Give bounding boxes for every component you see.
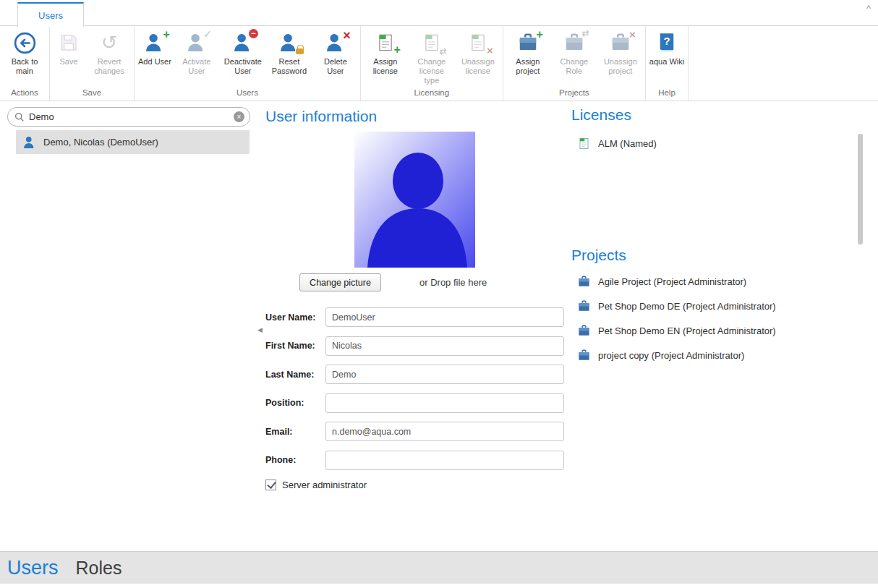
- ribbon-group-label: Actions: [1, 88, 48, 101]
- tab-users-label: Users: [38, 10, 63, 21]
- project-icon: [577, 324, 591, 338]
- ribbon-group-help: ? aqua Wiki Help: [646, 26, 689, 101]
- bottom-tab-bar: Users Roles: [0, 551, 878, 584]
- button-label: Assign license: [365, 57, 406, 76]
- project-item[interactable]: Pet Shop Demo DE (Project Administrator): [577, 298, 776, 314]
- ribbon-group-actions: Back to main Actions: [0, 26, 50, 101]
- button-label: Unassign project: [600, 57, 642, 76]
- ribbon-group-licensing: + Assign license ⇄ Change license type ×: [361, 26, 503, 101]
- ribbon-group-label: Save: [51, 88, 132, 101]
- user-icon: [22, 135, 37, 150]
- button-label: Change license type: [411, 57, 453, 86]
- lock-badge-icon: [296, 48, 304, 54]
- save-icon: [56, 30, 81, 55]
- search-icon: [14, 112, 25, 122]
- licenses-projects-panel: Licenses ALM (Named) Projects Agile Proj…: [571, 101, 858, 551]
- collapse-ribbon-icon[interactable]: ^: [866, 3, 871, 14]
- project-item[interactable]: Pet Shop Demo EN (Project Administrator): [577, 323, 776, 338]
- change-license-type-icon: ⇄: [419, 30, 444, 55]
- project-item-label: Pet Shop Demo EN (Project Administrator): [598, 325, 776, 336]
- revert-icon: ↺: [97, 30, 122, 55]
- cross-badge-icon: ×: [343, 29, 351, 42]
- back-to-main-button[interactable]: Back to main: [1, 27, 48, 76]
- app-window: Users ^ Back to main Actions: [0, 0, 878, 588]
- user-avatar: [354, 132, 475, 268]
- phone-input[interactable]: [325, 451, 564, 470]
- button-label: Delete User: [315, 57, 357, 76]
- change-license-type-button[interactable]: ⇄ Change license type: [409, 27, 455, 86]
- back-icon: [12, 30, 37, 55]
- user-list-item[interactable]: Demo, Nicolas (DemoUser): [16, 130, 250, 154]
- reset-password-icon: [277, 30, 302, 55]
- assign-project-icon: +: [516, 30, 540, 55]
- user-name-label: User Name:: [265, 312, 325, 323]
- user-name-input[interactable]: [325, 307, 564, 327]
- project-icon: [577, 349, 591, 362]
- unassign-project-button[interactable]: × Unassign project: [597, 27, 644, 76]
- project-icon: [577, 299, 591, 313]
- cross-badge-icon: ×: [487, 45, 493, 56]
- assign-license-button[interactable]: + Assign license: [362, 27, 409, 76]
- drop-file-hint: or Drop file here: [419, 277, 487, 288]
- position-input[interactable]: [325, 393, 564, 413]
- footer-tab-roles[interactable]: Roles: [76, 558, 122, 579]
- project-item[interactable]: Agile Project (Project Administrator): [577, 273, 746, 289]
- activate-user-button[interactable]: ✓ Activate User: [174, 27, 220, 76]
- projects-title: Projects: [571, 247, 626, 264]
- license-item[interactable]: ALM (Named): [577, 135, 657, 151]
- deactivate-user-icon: −: [231, 30, 255, 55]
- aqua-wiki-button[interactable]: ? aqua Wiki: [647, 27, 686, 67]
- search-input[interactable]: [29, 111, 229, 122]
- ribbon-group-users: + Add User ✓ Activate User −: [135, 26, 361, 101]
- cross-badge-icon: ×: [629, 29, 636, 40]
- phone-label: Phone:: [265, 455, 325, 465]
- button-label: Assign project: [507, 57, 549, 76]
- button-label: Change Role: [553, 57, 595, 76]
- activate-user-icon: ✓: [184, 30, 209, 55]
- change-role-button[interactable]: ⇄ Change Role: [551, 27, 597, 76]
- button-label: Revert changes: [88, 57, 130, 76]
- deactivate-user-button[interactable]: − Deactivate User: [220, 27, 266, 76]
- assign-license-icon: +: [373, 30, 398, 55]
- assign-project-button[interactable]: + Assign project: [505, 27, 551, 76]
- project-item[interactable]: project copy (Project Administrator): [577, 347, 744, 363]
- project-item-label: project copy (Project Administrator): [598, 350, 744, 361]
- ribbon-group-label: Projects: [505, 88, 644, 101]
- project-item-label: Pet Shop Demo DE (Project Administrator): [598, 301, 776, 312]
- project-icon: [577, 275, 591, 289]
- ribbon-group-projects: + Assign project ⇄ Change Role ×: [503, 26, 646, 101]
- reset-password-button[interactable]: Reset Password: [266, 27, 312, 76]
- plus-badge-icon: +: [394, 44, 401, 56]
- swap-badge-icon: ⇄: [582, 29, 589, 38]
- save-button[interactable]: Save: [51, 27, 86, 67]
- tab-users[interactable]: Users: [17, 2, 84, 27]
- unassign-project-icon: ×: [608, 30, 633, 55]
- add-user-button[interactable]: + Add User: [136, 27, 174, 67]
- button-label: Add User: [138, 57, 171, 67]
- swap-badge-icon: ⇄: [440, 47, 447, 56]
- svg-text:?: ?: [663, 35, 670, 47]
- unassign-license-button[interactable]: × Unassign license: [455, 27, 501, 76]
- email-input[interactable]: [325, 422, 564, 441]
- server-administrator-label: Server administrator: [282, 480, 367, 490]
- vertical-scrollbar[interactable]: [858, 134, 863, 244]
- ribbon-group-label: Users: [136, 88, 359, 101]
- footer-tab-users[interactable]: Users: [7, 557, 59, 579]
- user-form: User Name: First Name: Last Name: Positi…: [265, 307, 569, 490]
- ribbon-group-label: Help: [647, 88, 686, 101]
- revert-changes-button[interactable]: ↺ Revert changes: [86, 27, 132, 76]
- add-user-icon: +: [142, 30, 167, 55]
- last-name-input[interactable]: [325, 365, 564, 384]
- ribbon-group-label: Licensing: [362, 88, 501, 101]
- plus-badge-icon: +: [163, 29, 170, 41]
- change-picture-button[interactable]: Change picture: [299, 273, 381, 291]
- clear-search-icon[interactable]: ×: [234, 111, 244, 122]
- user-information-title: User information: [265, 108, 377, 125]
- licenses-title: Licenses: [571, 106, 631, 124]
- ribbon-toolbar: Back to main Actions Save ↺ Revert chan: [0, 26, 878, 101]
- first-name-input[interactable]: [325, 336, 564, 356]
- project-item-label: Agile Project (Project Administrator): [598, 276, 746, 287]
- server-administrator-checkbox[interactable]: [265, 480, 276, 490]
- delete-user-button[interactable]: × Delete User: [312, 27, 359, 76]
- plus-badge-icon: +: [537, 29, 543, 41]
